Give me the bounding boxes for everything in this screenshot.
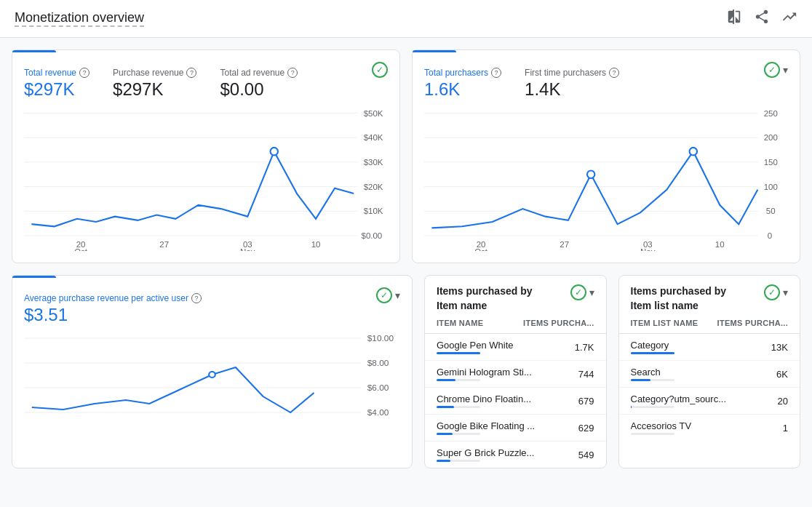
svg-text:50: 50	[766, 207, 776, 215]
total-purchasers-info[interactable]: ?	[491, 68, 501, 78]
item-list-name-cell: Category?utm_sourc...	[631, 394, 752, 404]
check-circle-icon[interactable]: ✓	[372, 62, 388, 78]
item-name-check-icon[interactable]: ✓	[570, 284, 586, 300]
avg-revenue-check[interactable]: ✓	[376, 287, 392, 303]
purchase-revenue-metric: Purchase revenue ? $297K	[113, 68, 196, 100]
item-bar-container	[437, 460, 480, 462]
total-purchasers-metric: Total purchasers ? 1.6K	[424, 68, 501, 100]
item-value-cell: 549	[558, 450, 594, 460]
svg-text:Nov: Nov	[640, 247, 656, 251]
item-name-cell: Google Pen White	[437, 340, 558, 351]
item-bar-fill	[437, 406, 454, 408]
share-icon[interactable]	[754, 9, 770, 28]
trending-icon[interactable]	[781, 9, 797, 28]
total-revenue-info[interactable]: ?	[79, 68, 89, 78]
svg-text:$0.00: $0.00	[362, 231, 383, 240]
table-row: Google Bike Floating ... 629	[425, 415, 606, 442]
first-time-value: 1.4K	[525, 79, 619, 100]
item-name-table-action: ✓ ▾	[570, 284, 594, 300]
total-revenue-label: Total revenue ?	[24, 68, 89, 78]
item-list-check-icon[interactable]: ✓	[764, 284, 780, 300]
purchasers-chart: 250 200 150 100 50 0 20 Oct 27 03 Nov 10	[424, 105, 788, 251]
item-name-table-header: Items purchased by Item name ✓ ▾	[425, 276, 606, 313]
table-row: Google Pen White 1.7K	[425, 334, 606, 361]
svg-text:$4.00: $4.00	[367, 408, 389, 417]
purchasers-chevron-icon[interactable]: ▾	[783, 64, 788, 76]
total-purchasers-label: Total purchasers ?	[424, 68, 501, 78]
svg-text:0: 0	[768, 231, 772, 240]
revenue-chart-svg: $50K $40K $30K $20K $10K $0.00 20 Oct 27…	[24, 105, 388, 251]
item-value-cell: 679	[558, 396, 594, 407]
avg-revenue-accent	[12, 276, 56, 278]
svg-point-25	[587, 170, 594, 178]
avg-revenue-label: Average purchase revenue per active user…	[24, 293, 400, 303]
compare-icon[interactable]	[726, 9, 742, 28]
item-name-chevron-icon[interactable]: ▾	[589, 287, 594, 298]
table-row: Gemini Hologram Sti... 744	[425, 361, 606, 388]
svg-text:$6.00: $6.00	[367, 383, 389, 392]
avg-revenue-chevron[interactable]: ▾	[395, 290, 400, 301]
item-list-chevron-icon[interactable]: ▾	[783, 287, 788, 298]
item-list-name-cell: Category	[631, 340, 752, 351]
bottom-row: ✓ ▾ Average purchase revenue per active …	[12, 275, 800, 468]
item-list-table-card: Items purchased by Item list name ✓ ▾ IT…	[618, 275, 801, 468]
purchasers-check-icon[interactable]: ✓	[764, 62, 780, 78]
svg-text:200: 200	[764, 133, 778, 142]
table-row: Category?utm_sourc... 20	[619, 388, 800, 415]
main-content: ✓ Total revenue ? $297K Purchase revenue…	[0, 38, 812, 480]
svg-text:150: 150	[764, 158, 778, 167]
item-bar-fill	[437, 433, 453, 435]
purchase-revenue-value: $297K	[113, 79, 196, 100]
svg-text:27: 27	[560, 240, 569, 249]
purchasers-card-accent	[413, 50, 456, 52]
svg-text:Oct: Oct	[474, 247, 488, 251]
item-bar-fill	[437, 352, 480, 354]
header-actions	[726, 9, 797, 28]
item-name-cell: Super G Brick Puzzle...	[437, 447, 558, 458]
item-value-cell: 1.7K	[558, 342, 594, 353]
item-list-bar-fill	[631, 406, 632, 408]
svg-text:10: 10	[311, 240, 321, 249]
svg-point-6	[271, 148, 278, 156]
purchasers-card-action: ✓ ▾	[764, 62, 788, 78]
item-list-name-cell: Search	[631, 367, 752, 378]
item-name-table-cols: ITEM NAME ITEMS PURCHA...	[425, 313, 606, 334]
first-time-info[interactable]: ?	[609, 68, 619, 78]
item-list-value-cell: 6K	[752, 369, 788, 380]
avg-revenue-info[interactable]: ?	[191, 293, 202, 303]
item-bar-container	[437, 352, 480, 354]
ad-revenue-value: $0.00	[220, 79, 298, 100]
purchase-revenue-info[interactable]: ?	[186, 68, 196, 78]
item-list-table-body: Category 13K Search 6K Category?utm_sour…	[619, 334, 800, 441]
table-row: Search 6K	[619, 361, 800, 388]
svg-text:Nov: Nov	[240, 247, 255, 251]
item-name-table-body: Google Pen White 1.7K Gemini Hologram St…	[425, 334, 606, 468]
header: Monetization overview	[0, 0, 812, 38]
item-name-table-title: Items purchased by Item name	[437, 284, 533, 313]
revenue-metrics: Total revenue ? $297K Purchase revenue ?…	[24, 68, 388, 100]
bottom-tables: Items purchased by Item name ✓ ▾ ITEM NA…	[424, 275, 800, 468]
ad-revenue-metric: Total ad revenue ? $0.00	[220, 68, 298, 100]
purchasers-card: ✓ ▾ Total purchasers ? 1.6K First time p…	[412, 49, 800, 263]
ad-revenue-label: Total ad revenue ?	[220, 68, 298, 78]
purchase-revenue-label: Purchase revenue ?	[113, 68, 196, 78]
ad-revenue-info[interactable]: ?	[287, 68, 298, 78]
item-list-table-cols: ITEM LIST NAME ITEMS PURCHA...	[619, 313, 800, 334]
svg-text:100: 100	[764, 183, 778, 191]
item-list-table-action: ✓ ▾	[764, 284, 788, 300]
svg-point-43	[209, 372, 215, 378]
item-value-cell: 744	[558, 369, 594, 380]
table-row: Super G Brick Puzzle... 549	[425, 442, 606, 468]
item-bar-container	[437, 406, 480, 408]
table-row: Accesorios TV 1	[619, 415, 800, 441]
svg-text:$20K: $20K	[364, 183, 383, 191]
item-list-bar-container	[631, 352, 674, 354]
item-name-cell: Google Bike Floating ...	[437, 420, 558, 431]
avg-revenue-action: ✓ ▾	[376, 287, 400, 303]
revenue-chart: $50K $40K $30K $20K $10K $0.00 20 Oct 27…	[24, 105, 388, 251]
item-bar-container	[437, 433, 480, 435]
revenue-card: ✓ Total revenue ? $297K Purchase revenue…	[12, 49, 400, 263]
item-bar-fill	[437, 460, 450, 462]
item-list-bar-container	[631, 379, 674, 381]
card-accent-border	[12, 50, 56, 52]
